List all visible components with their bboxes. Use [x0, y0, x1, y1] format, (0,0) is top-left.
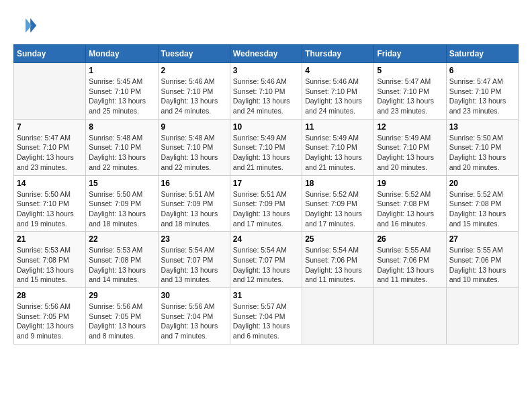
day-info: Sunrise: 5:48 AM Sunset: 7:10 PM Dayligh…	[89, 133, 154, 173]
day-info: Sunrise: 5:46 AM Sunset: 7:10 PM Dayligh…	[305, 77, 371, 116]
calendar-cell: 28Sunrise: 5:56 AM Sunset: 7:05 PM Dayli…	[14, 288, 86, 345]
calendar-cell: 11Sunrise: 5:49 AM Sunset: 7:10 PM Dayli…	[302, 119, 374, 175]
day-number: 2	[161, 66, 227, 75]
calendar-cell: 12Sunrise: 5:49 AM Sunset: 7:10 PM Dayli…	[374, 119, 446, 175]
calendar-week-1: 1Sunrise: 5:45 AM Sunset: 7:10 PM Daylig…	[14, 63, 519, 120]
weekday-header-thursday: Thursday	[302, 45, 374, 63]
day-number: 4	[305, 66, 371, 75]
day-number: 3	[233, 66, 299, 75]
day-info: Sunrise: 5:55 AM Sunset: 7:06 PM Dayligh…	[377, 245, 443, 285]
day-number: 19	[377, 179, 443, 188]
day-number: 13	[449, 122, 515, 132]
day-number: 18	[305, 179, 371, 188]
day-info: Sunrise: 5:49 AM Sunset: 7:10 PM Dayligh…	[305, 133, 371, 173]
day-number: 24	[233, 234, 299, 244]
calendar-cell	[14, 63, 86, 120]
calendar-table: SundayMondayTuesdayWednesdayThursdayFrid…	[13, 44, 519, 345]
calendar-cell: 15Sunrise: 5:50 AM Sunset: 7:09 PM Dayli…	[86, 175, 158, 232]
calendar-cell: 23Sunrise: 5:54 AM Sunset: 7:07 PM Dayli…	[158, 232, 230, 288]
day-number: 7	[17, 122, 83, 132]
calendar-cell: 9Sunrise: 5:48 AM Sunset: 7:10 PM Daylig…	[158, 119, 230, 175]
weekday-header-tuesday: Tuesday	[158, 45, 230, 63]
calendar-cell: 30Sunrise: 5:56 AM Sunset: 7:04 PM Dayli…	[158, 288, 230, 345]
day-number: 15	[89, 179, 154, 188]
day-info: Sunrise: 5:55 AM Sunset: 7:06 PM Dayligh…	[449, 245, 515, 285]
calendar-cell: 3Sunrise: 5:46 AM Sunset: 7:10 PM Daylig…	[230, 63, 302, 120]
calendar-cell: 20Sunrise: 5:52 AM Sunset: 7:08 PM Dayli…	[446, 175, 518, 232]
day-info: Sunrise: 5:56 AM Sunset: 7:05 PM Dayligh…	[17, 302, 83, 341]
day-info: Sunrise: 5:57 AM Sunset: 7:04 PM Dayligh…	[233, 302, 299, 341]
day-number: 5	[377, 66, 443, 75]
calendar-cell: 5Sunrise: 5:47 AM Sunset: 7:10 PM Daylig…	[374, 63, 446, 120]
day-info: Sunrise: 5:52 AM Sunset: 7:09 PM Dayligh…	[305, 189, 371, 229]
day-info: Sunrise: 5:54 AM Sunset: 7:07 PM Dayligh…	[233, 245, 299, 285]
calendar-cell: 19Sunrise: 5:52 AM Sunset: 7:08 PM Dayli…	[374, 175, 446, 232]
calendar-cell: 22Sunrise: 5:53 AM Sunset: 7:08 PM Dayli…	[86, 232, 158, 288]
day-info: Sunrise: 5:52 AM Sunset: 7:08 PM Dayligh…	[377, 189, 443, 229]
calendar-cell: 6Sunrise: 5:47 AM Sunset: 7:10 PM Daylig…	[446, 63, 518, 120]
day-info: Sunrise: 5:56 AM Sunset: 7:05 PM Dayligh…	[89, 302, 154, 341]
calendar-cell: 1Sunrise: 5:45 AM Sunset: 7:10 PM Daylig…	[86, 63, 158, 120]
day-info: Sunrise: 5:51 AM Sunset: 7:09 PM Dayligh…	[233, 189, 299, 229]
calendar-cell	[446, 288, 518, 345]
calendar-cell: 13Sunrise: 5:50 AM Sunset: 7:10 PM Dayli…	[446, 119, 518, 175]
weekday-header-sunday: Sunday	[14, 45, 86, 63]
calendar-cell: 18Sunrise: 5:52 AM Sunset: 7:09 PM Dayli…	[302, 175, 374, 232]
day-info: Sunrise: 5:54 AM Sunset: 7:06 PM Dayligh…	[305, 245, 371, 285]
day-info: Sunrise: 5:47 AM Sunset: 7:10 PM Dayligh…	[17, 133, 83, 173]
calendar-cell: 16Sunrise: 5:51 AM Sunset: 7:09 PM Dayli…	[158, 175, 230, 232]
weekday-header-monday: Monday	[86, 45, 158, 63]
day-info: Sunrise: 5:47 AM Sunset: 7:10 PM Dayligh…	[377, 77, 443, 116]
calendar-cell: 7Sunrise: 5:47 AM Sunset: 7:10 PM Daylig…	[14, 119, 86, 175]
calendar-cell: 24Sunrise: 5:54 AM Sunset: 7:07 PM Dayli…	[230, 232, 302, 288]
logo-icon	[13, 13, 38, 38]
logo	[13, 13, 40, 38]
calendar-week-5: 28Sunrise: 5:56 AM Sunset: 7:05 PM Dayli…	[14, 288, 519, 345]
day-info: Sunrise: 5:56 AM Sunset: 7:04 PM Dayligh…	[161, 302, 227, 341]
day-info: Sunrise: 5:50 AM Sunset: 7:10 PM Dayligh…	[449, 133, 515, 173]
calendar-cell: 25Sunrise: 5:54 AM Sunset: 7:06 PM Dayli…	[302, 232, 374, 288]
calendar-cell: 26Sunrise: 5:55 AM Sunset: 7:06 PM Dayli…	[374, 232, 446, 288]
day-number: 30	[161, 291, 227, 300]
day-number: 29	[89, 291, 154, 300]
day-number: 11	[305, 122, 371, 132]
weekday-header-row: SundayMondayTuesdayWednesdayThursdayFrid…	[14, 45, 519, 63]
day-number: 14	[17, 179, 83, 188]
day-number: 27	[449, 234, 515, 244]
day-info: Sunrise: 5:49 AM Sunset: 7:10 PM Dayligh…	[377, 133, 443, 173]
day-number: 17	[233, 179, 299, 188]
day-info: Sunrise: 5:54 AM Sunset: 7:07 PM Dayligh…	[161, 245, 227, 285]
calendar-cell: 27Sunrise: 5:55 AM Sunset: 7:06 PM Dayli…	[446, 232, 518, 288]
day-info: Sunrise: 5:45 AM Sunset: 7:10 PM Dayligh…	[89, 77, 154, 116]
calendar-cell: 31Sunrise: 5:57 AM Sunset: 7:04 PM Dayli…	[230, 288, 302, 345]
day-number: 20	[449, 179, 515, 188]
day-number: 1	[89, 66, 154, 75]
page-header	[13, 13, 519, 38]
day-number: 22	[89, 234, 154, 244]
day-info: Sunrise: 5:50 AM Sunset: 7:10 PM Dayligh…	[17, 189, 83, 229]
calendar-cell: 17Sunrise: 5:51 AM Sunset: 7:09 PM Dayli…	[230, 175, 302, 232]
weekday-header-wednesday: Wednesday	[230, 45, 302, 63]
day-number: 10	[233, 122, 299, 132]
calendar-cell	[374, 288, 446, 345]
day-number: 12	[377, 122, 443, 132]
day-number: 9	[161, 122, 227, 132]
day-info: Sunrise: 5:53 AM Sunset: 7:08 PM Dayligh…	[89, 245, 154, 285]
day-number: 8	[89, 122, 154, 132]
weekday-header-saturday: Saturday	[446, 45, 518, 63]
calendar-cell: 2Sunrise: 5:46 AM Sunset: 7:10 PM Daylig…	[158, 63, 230, 120]
day-number: 28	[17, 291, 83, 300]
calendar-cell: 8Sunrise: 5:48 AM Sunset: 7:10 PM Daylig…	[86, 119, 158, 175]
day-info: Sunrise: 5:47 AM Sunset: 7:10 PM Dayligh…	[449, 77, 515, 116]
day-number: 26	[377, 234, 443, 244]
day-info: Sunrise: 5:53 AM Sunset: 7:08 PM Dayligh…	[17, 245, 83, 285]
calendar-week-3: 14Sunrise: 5:50 AM Sunset: 7:10 PM Dayli…	[14, 175, 519, 232]
day-number: 23	[161, 234, 227, 244]
day-number: 6	[449, 66, 515, 75]
day-info: Sunrise: 5:52 AM Sunset: 7:08 PM Dayligh…	[449, 189, 515, 229]
day-info: Sunrise: 5:49 AM Sunset: 7:10 PM Dayligh…	[233, 133, 299, 173]
day-info: Sunrise: 5:48 AM Sunset: 7:10 PM Dayligh…	[161, 133, 227, 173]
weekday-header-friday: Friday	[374, 45, 446, 63]
day-info: Sunrise: 5:46 AM Sunset: 7:10 PM Dayligh…	[233, 77, 299, 116]
calendar-week-2: 7Sunrise: 5:47 AM Sunset: 7:10 PM Daylig…	[14, 119, 519, 175]
